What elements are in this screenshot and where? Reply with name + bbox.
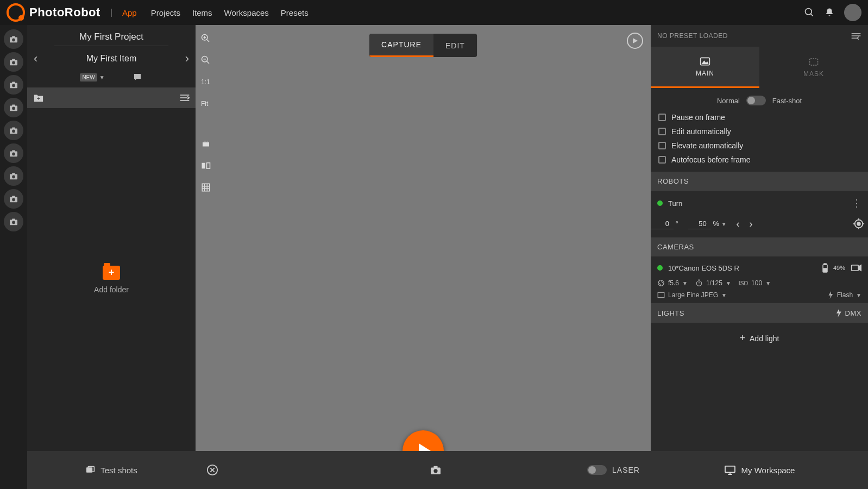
avatar[interactable] (844, 4, 861, 21)
single-shot-icon[interactable] (430, 465, 442, 475)
zoom-1to1-button[interactable]: 1:1 (201, 75, 217, 89)
camera-name: 10*Canon EOS 5DS R (668, 264, 817, 272)
turn-left-icon[interactable]: ‹ (737, 218, 740, 230)
workspace-label: My Workspace (741, 466, 795, 475)
prev-item-icon[interactable]: ‹ (34, 52, 37, 66)
nav-items[interactable]: Items (192, 8, 212, 17)
grid-icon[interactable] (201, 180, 217, 195)
rail-camera-1[interactable] (4, 29, 23, 49)
chk-edit-auto[interactable]: Edit automatically (658, 127, 860, 136)
laser-toggle[interactable]: LASER (587, 465, 640, 475)
chk-autofocus[interactable]: Autofocus before frame (658, 155, 860, 164)
iso-dropdown[interactable]: ISO100▼ (739, 279, 771, 287)
add-folder-label: Add folder (94, 285, 129, 294)
cancel-icon[interactable] (206, 464, 218, 476)
svg-rect-74 (823, 268, 827, 272)
left-panel: My First Project ‹ My First Item › NEW ▼… (27, 25, 196, 489)
turn-target-icon[interactable] (853, 218, 865, 230)
svg-rect-65 (810, 59, 818, 65)
battery-icon (822, 263, 828, 273)
robot-row: Turn ⋮ (651, 191, 868, 216)
tab-mask[interactable]: MASK (759, 47, 868, 88)
robot-name: Turn (668, 199, 846, 208)
svg-line-36 (207, 40, 210, 42)
rail-camera-9[interactable] (4, 212, 23, 231)
folder-plus-icon (103, 266, 120, 280)
rail-camera-4[interactable] (4, 98, 23, 117)
burst-icon (85, 466, 96, 474)
add-folder-big-button[interactable]: Add folder (94, 266, 129, 294)
battery-label: 49% (833, 265, 845, 271)
mode-tabs: CAPTURE EDIT (369, 34, 477, 57)
toggle-switch (587, 465, 607, 475)
flash-mode-icon (827, 291, 834, 299)
capture-tab[interactable]: CAPTURE (369, 34, 433, 57)
chk-elevate-auto[interactable]: Elevate automatically (658, 141, 860, 150)
comment-icon[interactable] (132, 72, 143, 82)
shot-mode-toggle[interactable] (746, 96, 766, 105)
robot-menu-icon[interactable]: ⋮ (852, 197, 861, 209)
shutter-dropdown[interactable]: 1/125▼ (695, 279, 731, 287)
zoom-fit-button[interactable]: Fit (201, 97, 217, 111)
tab-mask-label: MASK (803, 70, 824, 78)
dmx-indicator[interactable]: DMX (835, 309, 861, 317)
preset-menu-icon[interactable] (851, 32, 861, 40)
svg-point-22 (12, 175, 15, 179)
item-title[interactable]: My First Item (86, 54, 136, 64)
rail-camera-7[interactable] (4, 166, 23, 186)
test-shots-button[interactable]: Test shots (85, 466, 137, 475)
svg-rect-18 (12, 150, 15, 152)
turn-degree-input[interactable]: 0 ° (651, 218, 678, 229)
svg-rect-84 (725, 466, 735, 473)
mode-normal-label: Normal (717, 97, 740, 105)
rail-camera-5[interactable] (4, 121, 23, 140)
project-title[interactable]: My First Project (54, 32, 168, 46)
brand-name: PhotoRobot (29, 5, 100, 20)
workspace-button[interactable]: My Workspace (724, 465, 795, 475)
svg-point-0 (806, 9, 812, 15)
format-dropdown[interactable]: Large Fine JPEG▼ (657, 291, 727, 299)
svg-point-10 (12, 84, 15, 87)
bell-icon[interactable] (825, 7, 834, 18)
turn-speed-dropdown[interactable]: 50 % ▼ (688, 218, 727, 229)
liveview-icon[interactable] (851, 264, 861, 272)
svg-rect-42 (203, 142, 209, 147)
rail-camera-8[interactable] (4, 189, 23, 209)
add-light-button[interactable]: + Add light (651, 323, 868, 354)
compare-icon[interactable] (201, 159, 217, 173)
nav-workspaces[interactable]: Workspaces (224, 8, 269, 17)
camera-settings-row-2: Large Fine JPEG▼ Flash▼ (651, 291, 868, 303)
tab-main[interactable]: MAIN (651, 47, 759, 88)
svg-rect-15 (12, 127, 15, 129)
chk-pause-on-frame[interactable]: Pause on frame (658, 113, 860, 122)
zoom-in-icon[interactable] (201, 32, 217, 46)
svg-marker-64 (701, 60, 708, 64)
logo: PhotoRobot | App (7, 3, 137, 22)
next-item-icon[interactable]: › (185, 52, 189, 66)
zoom-out-icon[interactable] (201, 53, 217, 67)
preview-play-icon[interactable] (627, 33, 643, 49)
search-icon[interactable] (804, 7, 815, 18)
rail-camera-2[interactable] (4, 52, 23, 72)
rail-camera-6[interactable] (4, 143, 23, 163)
item-meta-row: NEW ▼ (27, 70, 196, 87)
edit-tab[interactable]: EDIT (433, 34, 477, 57)
item-status-dropdown[interactable]: NEW ▼ (80, 72, 104, 82)
aperture-dropdown[interactable]: f5.6▼ (657, 279, 688, 287)
exposure-icon[interactable] (201, 137, 217, 151)
app-label: App (122, 8, 137, 17)
nav-projects[interactable]: Projects (151, 8, 180, 17)
folder-menu-icon[interactable] (179, 93, 190, 102)
turn-right-icon[interactable]: › (750, 218, 753, 230)
viewport-toolbar: 1:1 Fit (196, 25, 217, 195)
svg-point-78 (696, 281, 701, 286)
plus-icon: + (740, 333, 746, 344)
svg-rect-12 (12, 104, 15, 106)
rail-camera-3[interactable] (4, 75, 23, 95)
nav-presets[interactable]: Presets (281, 8, 309, 17)
flash-dropdown[interactable]: Flash▼ (827, 291, 861, 299)
add-folder-button[interactable]: + (33, 93, 45, 103)
project-header: My First Project (27, 25, 196, 46)
brand-separator: | (110, 8, 112, 17)
mask-icon (808, 57, 819, 67)
